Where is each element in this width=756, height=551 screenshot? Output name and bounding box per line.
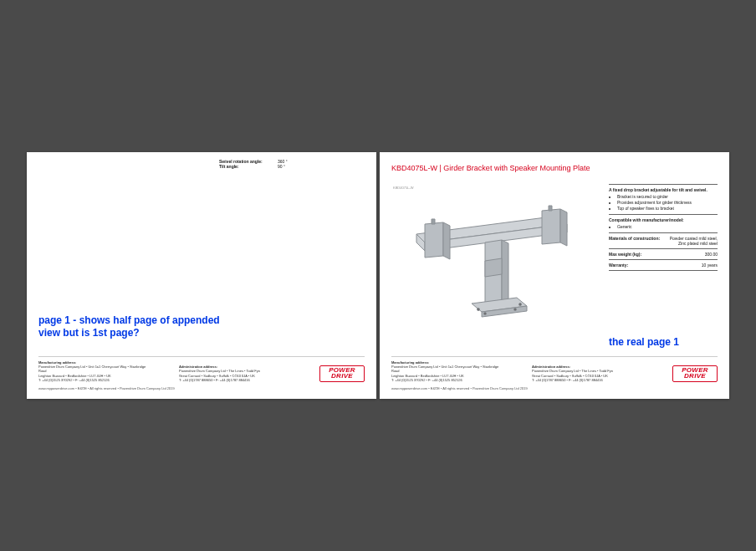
svg-point-11 xyxy=(478,309,480,311)
page-footer: Manufacturing address: Powerdrive Drum C… xyxy=(391,356,718,382)
footer-line: Powerdrive Drum Company Ltd • Unit 1a1 C… xyxy=(38,365,147,373)
footer-admin-address: Administration address: Powerdrive Drum … xyxy=(179,365,288,382)
footer-copyright: www.mypowerdrive.com • E&OE • All rights… xyxy=(38,386,175,390)
info-key: Max weight (kg): xyxy=(609,252,663,257)
footer-line: T: +44 (0)1525 370292 • F: +44 (0)1525 8… xyxy=(391,378,500,382)
user-annotation: the real page 1 xyxy=(609,336,679,349)
info-description: A fixed drop bracket adjustable for tilt… xyxy=(609,184,718,214)
svg-marker-5 xyxy=(542,209,560,244)
document-viewport: Swivel rotation angle: 360 ° Tilt angle:… xyxy=(27,152,729,399)
info-row-maxweight: Max weight (kg): 300.00 xyxy=(609,248,718,259)
info-heading: Compatible with manufacturer/model: xyxy=(609,217,718,222)
svg-marker-3 xyxy=(425,222,443,258)
info-value: 300.00 xyxy=(663,252,718,257)
info-heading: A fixed drop bracket adjustable for tilt… xyxy=(609,187,718,192)
spec-value: 90 ° xyxy=(278,164,285,169)
svg-point-13 xyxy=(484,313,487,315)
svg-point-12 xyxy=(519,304,522,306)
footer-line: T: +44 (0)1787 888650 • F: +44 (0)1787 8… xyxy=(179,378,288,382)
info-key: Materials of construction: xyxy=(609,236,663,246)
product-info-panel: A fixed drop bracket adjustable for tilt… xyxy=(609,184,718,271)
info-key: Warranty: xyxy=(609,263,663,268)
info-value: Powder coated mild steel, Zinc plated mi… xyxy=(663,236,718,246)
info-compatibility: Compatible with manufacturer/model: Gene… xyxy=(609,214,718,232)
info-row-materials: Materials of construction: Powder coated… xyxy=(609,232,718,248)
bracket-illustration-icon xyxy=(391,184,595,341)
spec-label: Tilt angle: xyxy=(219,164,278,169)
footer-mfg-address: Manufacturing address: Powerdrive Drum C… xyxy=(391,360,500,382)
footer-admin-address: Administration address: Powerdrive Drum … xyxy=(532,365,641,382)
svg-point-14 xyxy=(514,309,517,311)
info-row-warranty: Warranty: 10 years xyxy=(609,259,718,271)
info-bullet: Generic xyxy=(617,224,718,229)
powerdrive-logo: POWER DRIVE xyxy=(672,365,718,382)
drawing-label: KBD4075L-W xyxy=(393,186,413,190)
spec-row: Tilt angle: 90 ° xyxy=(219,164,345,169)
svg-rect-17 xyxy=(549,206,552,211)
info-bullet-list: Bracket is secured to girder Provides ad… xyxy=(609,194,718,211)
footer-line: T: +44 (0)1525 370292 • F: +44 (0)1525 8… xyxy=(38,378,147,382)
info-bullet: Provides adjustment for girder thickness xyxy=(617,200,718,205)
page-1: Swivel rotation angle: 360 ° Tilt angle:… xyxy=(27,152,376,399)
info-bullet: Bracket is secured to girder xyxy=(617,194,718,199)
footer-mfg-address: Manufacturing address: Powerdrive Drum C… xyxy=(38,360,147,382)
logo-text-line2: DRIVE xyxy=(331,374,353,380)
info-value: 10 years xyxy=(663,263,718,268)
product-drawing: KBD4075L-W xyxy=(391,184,595,341)
svg-rect-16 xyxy=(432,219,435,224)
info-bullet: Top of speaker fixes to bracket xyxy=(617,206,718,211)
spec-table-fragment: Swivel rotation angle: 360 ° Tilt angle:… xyxy=(219,159,345,169)
svg-marker-4 xyxy=(443,222,450,259)
svg-marker-6 xyxy=(560,209,567,246)
logo-text-line2: DRIVE xyxy=(684,374,706,380)
svg-marker-8 xyxy=(502,240,508,304)
footer-line: Powerdrive Drum Company Ltd • Unit 1a1 C… xyxy=(391,365,500,373)
user-annotation: page 1 - shows half page of appended vie… xyxy=(38,314,220,339)
powerdrive-logo: POWER DRIVE xyxy=(319,365,365,382)
page-footer: Manufacturing address: Powerdrive Drum C… xyxy=(38,356,365,382)
svg-marker-15 xyxy=(485,258,502,277)
footer-copyright: www.mypowerdrive.com • E&OE • All rights… xyxy=(391,386,528,390)
product-title: KBD4075L-W | Girder Bracket with Speaker… xyxy=(391,164,590,172)
page-2: KBD4075L-W | Girder Bracket with Speaker… xyxy=(380,152,729,399)
footer-line: T: +44 (0)1787 888650 • F: +44 (0)1787 8… xyxy=(532,378,641,382)
info-bullet-list: Generic xyxy=(609,224,718,229)
